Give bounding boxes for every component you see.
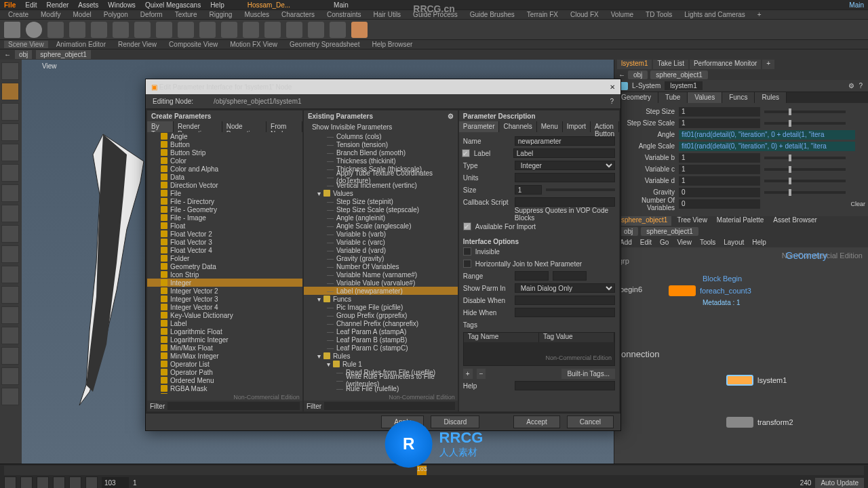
type-item[interactable]: Icon Strip — [147, 270, 302, 279]
back-icon[interactable]: ← — [4, 51, 11, 58]
prev-frame-icon[interactable] — [37, 476, 49, 488]
folder-item[interactable]: ▾ Rules — [304, 352, 458, 360]
param-item[interactable]: — Step Size Scale (stepscale) — [304, 205, 458, 214]
input-varc[interactable] — [679, 165, 760, 174]
type-item[interactable]: Float Vector 2 — [147, 230, 302, 238]
tab-from-nodes[interactable]: From Nodes — [267, 121, 302, 132]
tab-render-view[interactable]: Render View — [114, 41, 161, 48]
tab-motionfx[interactable]: Motion FX View — [226, 41, 281, 48]
param-item[interactable]: — Angle (angleinit) — [304, 214, 458, 222]
type-item[interactable]: File — [147, 189, 302, 197]
param-item[interactable]: — Apply Tube Texture Coordinates (doText… — [304, 173, 458, 181]
parm-path-obj[interactable]: obj — [628, 70, 648, 79]
tab-help[interactable]: Help Browser — [368, 41, 416, 48]
net-path-obj[interactable]: obj — [618, 227, 638, 236]
tube-icon[interactable] — [47, 22, 64, 38]
input-stepsize[interactable] — [679, 107, 760, 117]
param-item[interactable]: — Angle Scale (anglescale) — [304, 222, 458, 230]
tags-table[interactable]: Tag NameTag Value Non-Commercial Edition — [463, 332, 615, 366]
param-item[interactable]: — Group Prefix (grpprefix) — [304, 311, 458, 319]
flipbook-icon[interactable] — [1, 367, 19, 385]
dialog-help-icon[interactable]: ? — [610, 98, 614, 105]
shelf-deform[interactable]: Deform — [136, 11, 167, 18]
type-item[interactable]: Button Strip — [147, 148, 302, 157]
tab-funcs[interactable]: Funcs — [722, 92, 755, 103]
close-icon[interactable]: ✕ — [610, 83, 615, 91]
select-obj-icon[interactable] — [1, 83, 19, 100]
tab-by-type[interactable]: By Type — [147, 121, 174, 132]
render-icon[interactable] — [1, 388, 19, 405]
snap-multi-icon[interactable] — [1, 286, 19, 304]
input-gravity[interactable] — [679, 188, 760, 197]
curve-icon[interactable] — [178, 22, 194, 38]
parm-tab-node[interactable]: lsystem1 — [617, 60, 652, 69]
param-item[interactable]: — Write Rule Parameters to File (writeru… — [304, 376, 458, 384]
param-item[interactable]: — Variable c (varc) — [304, 238, 458, 246]
menu-edit[interactable]: Edit — [25, 1, 37, 9]
input-range-min[interactable] — [515, 271, 549, 281]
folder-item[interactable]: ▾ Funcs — [304, 295, 458, 303]
tab-values[interactable]: Values — [688, 92, 722, 103]
tab-tube[interactable]: Tube — [658, 92, 688, 103]
tab-import[interactable]: Import — [563, 121, 591, 132]
existing-tree[interactable]: — Columns (cols)— Tension (tension)— Bra… — [304, 132, 458, 394]
tab-composite[interactable]: Composite View — [165, 41, 222, 48]
type-item[interactable]: Operator List — [147, 360, 302, 368]
net-path-sphere[interactable]: sphere_object1 — [641, 227, 698, 236]
filter-input-2[interactable] — [324, 402, 455, 410]
type-item[interactable]: Logarithmic Integer — [147, 336, 302, 344]
btn-builtin-tags[interactable]: Built-in Tags... — [561, 369, 615, 379]
shelf-add[interactable]: + — [753, 11, 766, 18]
menu-assets[interactable]: Assets — [78, 1, 98, 9]
net-tab-material[interactable]: Material Palette — [713, 216, 768, 226]
shelf-modify[interactable]: Modify — [37, 11, 64, 18]
gear-icon[interactable]: ⚙ — [848, 82, 854, 89]
param-item[interactable]: — Thickness (thickinit) — [304, 157, 458, 165]
type-item[interactable]: Float Vector 3 — [147, 238, 302, 246]
type-item[interactable]: Ordered Menu — [147, 376, 302, 384]
grid-icon[interactable] — [91, 22, 107, 38]
type-item[interactable]: Integer — [147, 279, 302, 287]
input-callback[interactable] — [515, 197, 615, 207]
select-showparm[interactable]: Main Dialog Only — [515, 283, 615, 293]
input-help[interactable] — [515, 381, 615, 390]
shelf-constraints[interactable]: Constraints — [323, 11, 366, 18]
node-transform2[interactable]: transform2 — [726, 417, 793, 428]
param-item[interactable]: — Variable Name (varname#) — [304, 270, 458, 279]
net-edit[interactable]: Edit — [640, 239, 652, 246]
type-list[interactable]: AngleButtonButton StripColorColor and Al… — [147, 132, 302, 394]
net-go[interactable]: Go — [660, 239, 669, 246]
play-back-icon[interactable] — [53, 476, 65, 488]
param-item[interactable]: — Label (newparameter) — [304, 287, 458, 295]
type-item[interactable]: Float Vector 4 — [147, 246, 302, 254]
shelf-guidebrush[interactable]: Guide Brushes — [466, 11, 519, 18]
btn-tag-remove[interactable]: − — [477, 369, 486, 379]
first-frame-icon[interactable] — [4, 476, 16, 488]
shelf-cloud[interactable]: Cloud FX — [566, 11, 603, 18]
folder-item[interactable]: ▾ Rule 1 — [304, 360, 458, 368]
slider-varb[interactable] — [764, 157, 846, 159]
line-icon[interactable] — [134, 22, 151, 38]
input-name[interactable] — [515, 136, 615, 146]
net-tab-asset[interactable]: Asset Browser — [769, 216, 821, 226]
input-range-max[interactable] — [553, 271, 587, 281]
view-tool-icon[interactable] — [1, 306, 19, 324]
parm-tab-take[interactable]: Take List — [653, 60, 688, 69]
parm-tab-add[interactable]: + — [762, 60, 774, 69]
auto-update[interactable]: Auto Update — [815, 478, 864, 488]
platonic-icon[interactable] — [286, 22, 302, 38]
param-item[interactable]: — Step Size (stepinit) — [304, 197, 458, 205]
net-view[interactable]: View — [677, 239, 692, 246]
type-item[interactable]: File - Geometry — [147, 205, 302, 214]
node-name[interactable]: lsystem1 — [665, 81, 702, 90]
node-lsystem1[interactable]: lsystem1 — [726, 375, 787, 386]
type-item[interactable]: Key-Value Dictionary — [147, 311, 302, 319]
folder-item[interactable]: ▾ Values — [304, 189, 458, 197]
lsystem-shelf-icon[interactable] — [308, 22, 324, 38]
chk-label[interactable]: ✔ — [462, 149, 470, 157]
take-main-right[interactable]: Main — [849, 1, 864, 9]
snap-grid-icon[interactable] — [1, 225, 19, 243]
input-label[interactable] — [513, 148, 615, 158]
type-item[interactable]: Float — [147, 222, 302, 230]
slider-vard[interactable] — [764, 180, 846, 182]
